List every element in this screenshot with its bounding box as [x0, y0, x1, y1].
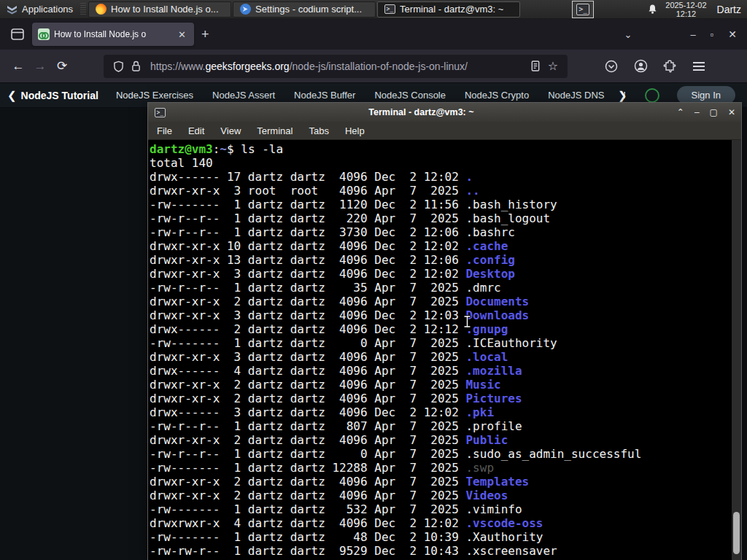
terminal-line: -rw------- 1 dartz dartz 532 Apr 7 2025 …: [150, 502, 740, 516]
terminal-minimize-button[interactable]: –: [694, 107, 700, 117]
file-name: Pictures: [465, 392, 522, 405]
desktop: Applications How to Install Node.js o...…: [0, 0, 747, 560]
navigation-toolbar: ← → ⟳ https://www.geeksforgeeks.org/node…: [0, 50, 747, 83]
terminal-line: -rw-r--r-- 1 dartz dartz 220 Apr 7 2025 …: [150, 211, 740, 225]
terminal-menu-file[interactable]: File: [157, 125, 172, 136]
menu-hamburger-icon[interactable]: [689, 56, 709, 77]
file-name: .profile: [465, 419, 522, 433]
file-name: .bashrc: [465, 225, 514, 239]
file-name: Public: [465, 433, 508, 447]
site-nav-item[interactable]: NodeJS Exercises: [116, 90, 193, 101]
terminal-close-button[interactable]: ✕: [728, 107, 735, 117]
window-minimize-button[interactable]: –: [690, 29, 695, 40]
taskbar-window-terminal[interactable]: >_ Terminal - dartz@vm3: ~: [377, 1, 520, 18]
terminal-titlebar[interactable]: >_ Terminal - dartz@vm3: ~ ⌃ – ▢ ✕: [148, 103, 741, 122]
notification-bell-icon[interactable]: [645, 4, 659, 15]
lock-icon[interactable]: [127, 58, 144, 75]
site-search-icon[interactable]: [645, 88, 659, 103]
firefox-icon: [95, 4, 107, 15]
firefox-view-icon[interactable]: [7, 24, 28, 44]
tracking-shield-icon[interactable]: [109, 58, 127, 75]
file-name: .xscreensaver: [465, 544, 557, 558]
file-name: ..: [465, 184, 479, 198]
terminal-screen[interactable]: dartz@vm3:~$ ls -la total 140 drwx------…: [148, 140, 741, 560]
file-name: .viminfo: [465, 502, 522, 516]
site-nav-item[interactable]: NodeJS Console: [374, 90, 446, 101]
terminal-menu-tabs[interactable]: Tabs: [309, 125, 328, 136]
chevron-right-icon[interactable]: ❯: [618, 89, 627, 102]
tab-close-icon[interactable]: ✕: [176, 28, 188, 41]
applications-icon: [6, 4, 18, 15]
file-name: .bash_history: [465, 198, 557, 211]
window-close-button[interactable]: ✕: [728, 28, 737, 40]
terminal-launcher[interactable]: >_: [572, 1, 594, 18]
terminal-menu-view[interactable]: View: [220, 125, 241, 136]
terminal-line: drwxr-xr-x 3 dartz dartz 4096 Dec 2 12:0…: [150, 267, 740, 281]
file-name: .Xauthority: [465, 530, 543, 544]
top-panel: Applications How to Install Node.js o...…: [0, 0, 747, 19]
terminal-line: drwx------ 3 dartz dartz 4096 Dec 2 12:0…: [150, 405, 740, 419]
taskbar-window-codium[interactable]: Settings - codium script...: [233, 1, 376, 18]
terminal-scrollbar-thumb[interactable]: [733, 512, 740, 554]
panel-handle: [80, 3, 86, 16]
reader-mode-icon[interactable]: [527, 58, 544, 75]
terminal-menu-edit[interactable]: Edit: [188, 125, 204, 136]
file-name: .sudo_as_admin_successful: [465, 447, 641, 461]
geeksforgeeks-favicon: [38, 28, 50, 40]
terminal-line: drwxr-xr-x 2 dartz dartz 4096 Apr 7 2025…: [150, 295, 740, 308]
prompt-cwd: ~: [220, 142, 227, 156]
chevron-left-icon: ❮: [7, 89, 17, 102]
site-nav-item[interactable]: NodeJS Crypto: [465, 90, 529, 101]
window-maximize-button[interactable]: ▫: [711, 29, 714, 40]
terminal-line: drwx------ 2 dartz dartz 4096 Dec 2 12:1…: [150, 322, 740, 336]
tab-active[interactable]: How to Install Node.js o ✕: [32, 23, 194, 46]
list-tabs-chevron-icon[interactable]: ⌄: [624, 29, 632, 40]
file-name: Templates: [465, 475, 529, 489]
url-bar[interactable]: https://www.geeksforgeeks.org/node-js/in…: [104, 55, 568, 78]
site-nav-item[interactable]: NodeJS DNS: [548, 90, 604, 101]
panel-clock: 2025-12-02 12:12: [665, 1, 706, 18]
terminal-window: >_ Terminal - dartz@vm3: ~ ⌃ – ▢ ✕ FileE…: [147, 102, 742, 560]
extensions-icon[interactable]: [659, 56, 680, 77]
terminal-menu-terminal[interactable]: Terminal: [257, 125, 293, 136]
terminal-total-line: total 140: [150, 156, 740, 170]
site-nav-item[interactable]: NodeJS Buffer: [294, 90, 355, 101]
forward-button[interactable]: →: [29, 55, 51, 77]
file-name: .config: [465, 253, 514, 267]
terminal-command: ls -la: [234, 142, 283, 156]
terminal-line: drwx------ 4 dartz dartz 4096 Apr 7 2025…: [150, 364, 740, 378]
account-icon[interactable]: [630, 56, 651, 77]
site-nav-back[interactable]: ❮ NodeJS Tutorial: [7, 89, 98, 102]
terminal-icon: >_: [576, 4, 589, 15]
terminal-menubar: FileEditViewTerminalTabsHelp: [148, 122, 741, 140]
pocket-icon[interactable]: [601, 56, 622, 77]
url-text[interactable]: https://www.geeksforgeeks.org/node-js/in…: [150, 61, 527, 72]
applications-menu[interactable]: Applications: [0, 0, 79, 18]
terminal-line: -rw-r--r-- 1 dartz dartz 3730 Dec 2 12:0…: [150, 225, 740, 239]
terminal-icon: >_: [384, 4, 395, 15]
file-name: Downloads: [465, 308, 529, 322]
tab-title: How to Install Node.js o: [54, 29, 171, 39]
terminal-line: drwxr-xr-x 13 dartz dartz 4096 Dec 2 12:…: [150, 253, 740, 267]
site-nav-back-label: NodeJS Tutorial: [21, 90, 98, 101]
prompt-userhost: dartz@vm3: [150, 142, 213, 156]
file-name: .vscode-oss: [465, 516, 543, 530]
terminal-line: drwxr-xr-x 3 dartz dartz 4096 Dec 2 12:0…: [150, 308, 740, 322]
terminal-shade-button[interactable]: ⌃: [677, 107, 684, 117]
terminal-line: -rw------- 1 dartz dartz 1120 Dec 2 11:5…: [150, 198, 740, 211]
taskbar-window-firefox[interactable]: How to Install Node.js o...: [88, 1, 231, 18]
terminal-scrollbar[interactable]: [732, 140, 741, 560]
terminal-title: Terminal - dartz@vm3: ~: [166, 107, 677, 117]
file-name: .pki: [465, 405, 494, 419]
terminal-menu-help[interactable]: Help: [345, 125, 365, 136]
bookmark-star-icon[interactable]: ☆: [544, 58, 562, 75]
terminal-line: drwxr-xr-x 3 dartz dartz 4096 Apr 7 2025…: [150, 350, 740, 364]
terminal-line: -rw-r--r-- 1 dartz dartz 807 Apr 7 2025 …: [150, 419, 740, 433]
terminal-maximize-button[interactable]: ▢: [710, 107, 718, 117]
clock-date: 2025-12-02: [665, 1, 706, 9]
new-tab-button[interactable]: +: [194, 26, 217, 44]
file-name: Music: [465, 378, 500, 392]
back-button[interactable]: ←: [7, 55, 29, 77]
site-nav-item[interactable]: NodeJS Assert: [212, 90, 275, 101]
reload-button[interactable]: ⟳: [51, 55, 73, 77]
